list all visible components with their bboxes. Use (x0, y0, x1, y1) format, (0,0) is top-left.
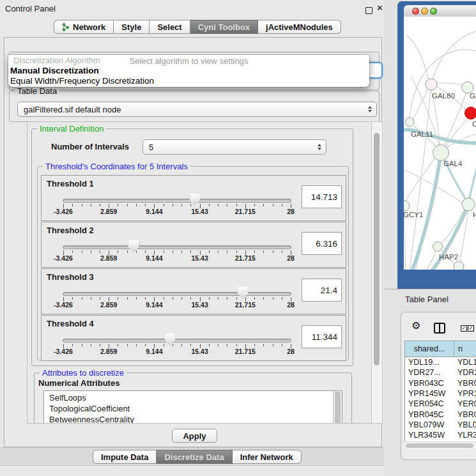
attribute-list-item[interactable]: SelfLoops (44, 392, 342, 403)
table-data-combo[interactable]: galFiltered.sif default node (17, 102, 377, 117)
table-cell[interactable]: YBR045C (405, 410, 454, 419)
network-node[interactable] (426, 79, 437, 90)
tab-label: Discretize Data (164, 452, 224, 462)
table-cell[interactable]: YDL19... (405, 358, 454, 367)
number-of-intervals-combo[interactable]: 5 (142, 139, 326, 155)
table-column-header[interactable]: n (454, 341, 476, 357)
network-node[interactable] (433, 145, 449, 161)
network-node[interactable] (465, 107, 476, 119)
tab-style[interactable]: Style (114, 20, 150, 34)
table-column-header[interactable]: shared... (405, 341, 454, 357)
slider-tick (118, 297, 118, 300)
threshold-value-field[interactable]: 14.713 (302, 185, 342, 208)
mode-tab-discretize-data[interactable]: Discretize Data (157, 450, 232, 464)
network-edge[interactable] (407, 88, 431, 270)
table-cell[interactable]: YBL0 (454, 420, 476, 429)
cyni-mode-tab-bar: Impute DataDiscretize DataInfer Network (93, 450, 302, 464)
tab-jactivemnodules[interactable]: jActiveMNodules (258, 20, 341, 34)
numerical-attributes-list[interactable]: SelfLoopsTopologicalCoefficientBetweenne… (43, 390, 342, 424)
slider-tick (190, 204, 191, 206)
attribute-list-item[interactable]: BetweennessCentrality (44, 414, 342, 424)
threshold-slider-track[interactable] (63, 339, 291, 342)
tab-cyni-toolbox[interactable]: Cyni Toolbox (190, 20, 258, 34)
table-cell[interactable]: YBR0 (454, 410, 476, 419)
settings-scrollbar[interactable] (371, 121, 383, 424)
table-cell[interactable]: YLR345W (405, 431, 454, 440)
table-cell[interactable]: YDR27... (405, 368, 454, 377)
table-row[interactable]: YPR145WYPR1 (405, 388, 476, 399)
table-row[interactable]: YDR27...YDR2 (405, 367, 476, 378)
threshold-slider-track[interactable] (63, 199, 291, 203)
columns-icon[interactable] (434, 323, 445, 334)
tab-label: Select (157, 22, 181, 32)
network-node[interactable] (462, 198, 475, 211)
checkbox-icon[interactable]: ✓ (461, 325, 467, 332)
table-cell[interactable]: YDL1 (454, 358, 476, 367)
table-row[interactable]: YDL19...YDL1 (405, 357, 476, 367)
threshold-slider-thumb[interactable] (238, 287, 249, 299)
table-horizontal-scrollbar[interactable] (404, 441, 476, 449)
popup-placeholder-item[interactable]: Select algorithm to view settings (8, 56, 369, 66)
network-edge-highlighted[interactable] (468, 161, 476, 203)
table-cell[interactable]: YDR2 (454, 368, 476, 377)
threshold-slider-track[interactable] (63, 245, 291, 249)
checkbox-icon[interactable]: ✓ (468, 325, 474, 332)
network-canvas[interactable]: GAL80GACGAL11GAL4GCY1HHAP2 (404, 17, 476, 270)
table-cell[interactable]: YER0 (454, 399, 476, 408)
gear-icon[interactable]: ⚙ (411, 321, 420, 331)
slider-tick (190, 297, 191, 300)
slider-tick (173, 204, 173, 206)
network-window-titlebar[interactable] (404, 5, 476, 17)
threshold-slider-thumb[interactable] (165, 334, 176, 346)
table-row[interactable]: YLR345WYLR3 (405, 430, 476, 440)
table-row[interactable]: YBL079WYBL0 (405, 420, 476, 430)
table-cell[interactable]: YBL079W (405, 420, 454, 429)
attributes-group-title: Attributes to discretize (40, 368, 127, 378)
slider-tick-label: 2.859 (100, 254, 117, 262)
network-edge[interactable] (444, 93, 466, 146)
apply-button[interactable]: Apply (172, 429, 217, 443)
threshold-value-field[interactable]: 11.344 (302, 325, 342, 348)
threshold-value-field[interactable]: 6.316 (302, 232, 342, 255)
popup-item-equal-width[interactable]: Equal Width/Frequency Discretization (10, 76, 154, 86)
list-scrollbar[interactable] (333, 391, 342, 424)
screen: Control Panel ✕ NetworkStyleSelectCyni T… (0, 0, 476, 476)
close-icon[interactable]: ✕ (376, 3, 383, 13)
tab-select[interactable]: Select (150, 20, 190, 34)
network-edge[interactable] (406, 158, 434, 201)
network-edge[interactable] (413, 89, 428, 119)
slider-tick-label: 28 (287, 208, 295, 215)
slider-tick (100, 344, 100, 346)
tab-network[interactable]: Network (54, 20, 114, 34)
table-cell[interactable]: YPR145W (405, 389, 454, 398)
mode-tab-infer-network[interactable]: Infer Network (233, 450, 302, 464)
attribute-list-item[interactable]: TopologicalCoefficient (44, 403, 342, 414)
table-cell[interactable]: YBR043C (405, 379, 454, 388)
popup-item-manual[interactable]: Manual Discretization (10, 66, 99, 75)
minimize-traffic-light[interactable] (421, 8, 428, 15)
close-traffic-light[interactable] (412, 8, 419, 15)
table-row[interactable]: YBR043CYBR0 (405, 378, 476, 388)
threshold-value-field[interactable]: 21.4 (302, 279, 342, 302)
table-cell[interactable]: YPR1 (454, 389, 476, 398)
threshold-slider-track[interactable] (63, 292, 291, 296)
slider-tick (254, 204, 255, 206)
network-node[interactable] (404, 201, 410, 211)
table-cell[interactable]: YLR3 (454, 431, 476, 440)
table-cell[interactable]: YER054C (405, 399, 454, 408)
tab-label: Infer Network (240, 452, 293, 462)
mode-tab-impute-data[interactable]: Impute Data (93, 450, 157, 464)
network-node[interactable] (454, 261, 464, 270)
slider-tick (173, 344, 173, 346)
network-node[interactable] (405, 118, 414, 127)
network-edge[interactable] (437, 83, 463, 86)
table-row[interactable]: YER054CYER0 (405, 399, 476, 409)
float-icon[interactable] (365, 7, 372, 14)
network-node[interactable] (433, 242, 443, 252)
threshold-slider-thumb[interactable] (128, 240, 139, 252)
zoom-traffic-light[interactable] (430, 8, 437, 15)
network-edge[interactable] (433, 31, 476, 79)
table-row[interactable]: YBR045CYBR0 (405, 409, 476, 419)
table-cell[interactable]: YBR0 (454, 379, 476, 388)
tab-label: Network (73, 22, 105, 32)
